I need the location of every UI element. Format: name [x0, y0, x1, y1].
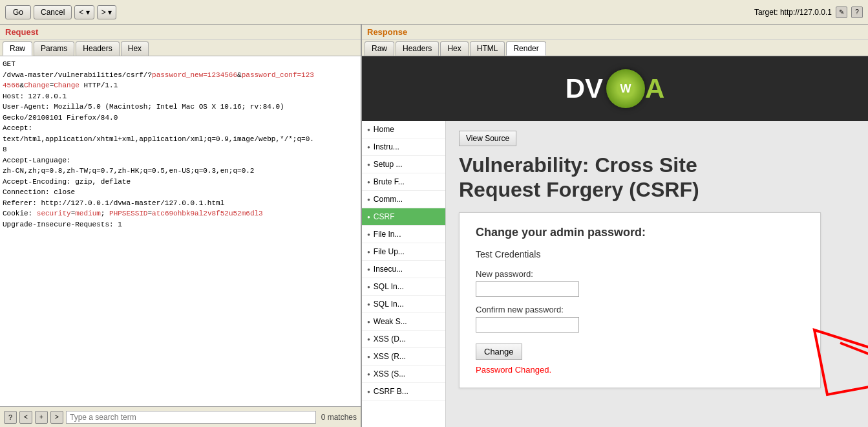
tab-response-raw[interactable]: Raw: [365, 41, 394, 56]
new-password-row: New password:: [476, 269, 804, 297]
sidebar-item-sqli[interactable]: ● SQL In...: [362, 278, 445, 296]
bullet-icon: ●: [367, 371, 370, 377]
form-title: Change your admin password:: [476, 226, 804, 239]
go-button[interactable]: Go: [5, 5, 31, 19]
sidebar-item-label: File In...: [374, 230, 401, 239]
confirm-password-row: Confirm new password:: [476, 305, 804, 333]
bullet-icon: ●: [367, 284, 370, 290]
sidebar-item-insecure[interactable]: ● Insecu...: [362, 261, 445, 278]
sidebar-item-xss-reflected[interactable]: ● XSS (R...: [362, 348, 445, 366]
bullet-icon: ●: [367, 354, 370, 360]
tab-response-hex[interactable]: Hex: [440, 41, 468, 56]
dvwa-logo-dv: DV: [566, 73, 603, 104]
password-changed-message: Password Changed.: [476, 365, 804, 375]
sidebar-item-fileupload[interactable]: ● File Up...: [362, 243, 445, 261]
sidebar-item-sqli2[interactable]: ● SQL In...: [362, 296, 445, 313]
dvwa-page: DV W A ● Home ●: [362, 56, 868, 427]
sidebar-item-label: CSRF B...: [374, 387, 408, 396]
dvwa-header: DV W A: [362, 56, 868, 121]
bullet-icon: ●: [367, 389, 370, 395]
match-count: 0 matches: [321, 413, 357, 422]
csrf-form-box: Change your admin password: Test Credent…: [459, 212, 821, 388]
sidebar-item-bruteforce[interactable]: ● Brute F...: [362, 173, 445, 191]
search-bar: ? < + > 0 matches: [0, 406, 361, 427]
sidebar-item-weaksession[interactable]: ● Weak S...: [362, 313, 445, 331]
sidebar-item-command[interactable]: ● Comm...: [362, 191, 445, 208]
new-password-input[interactable]: [476, 281, 579, 297]
search-prev-button[interactable]: <: [19, 411, 32, 424]
sidebar-item-label: SQL In...: [374, 282, 404, 291]
search-input[interactable]: [66, 411, 316, 424]
sidebar-item-csrf[interactable]: ● CSRF: [362, 208, 445, 226]
sidebar-item-label: XSS (S...: [374, 369, 405, 378]
nav-forward-icon: > ▾: [101, 8, 112, 17]
tab-params[interactable]: Params: [34, 41, 74, 56]
response-title: Response: [362, 25, 868, 40]
request-title: Request: [0, 25, 361, 40]
sidebar-item-csrf-bypass[interactable]: ● CSRF B...: [362, 383, 445, 400]
search-question-icon[interactable]: ?: [4, 411, 17, 424]
request-content[interactable]: GET /dvwa-master/vulnerabilities/csrf/?p…: [0, 56, 361, 406]
confirm-password-input[interactable]: [476, 317, 579, 333]
nav-forward-button[interactable]: > ▾: [97, 5, 116, 19]
page-title: Vulnerability: Cross SiteRequest Forgery…: [459, 153, 855, 203]
tab-headers[interactable]: Headers: [76, 41, 119, 56]
search-next-plus-button[interactable]: +: [35, 411, 48, 424]
help-icon[interactable]: ?: [851, 6, 863, 18]
bullet-icon: ●: [367, 214, 370, 220]
request-panel: Request Raw Params Headers Hex GET /dvwa…: [0, 25, 362, 427]
confirm-password-label: Confirm new password:: [476, 305, 804, 314]
sidebar-item-label: Instru...: [374, 142, 399, 151]
toolbar: Go Cancel < ▾ > ▾ Target: http://127.0.0…: [0, 0, 868, 25]
dvwa-body: ● Home ● Instru... ● Setup ... ●: [362, 121, 868, 427]
sidebar-item-label: Weak S...: [374, 317, 407, 326]
dvwa-main-content: View Source Vulnerability: Cross SiteReq…: [446, 121, 868, 427]
sidebar-item-label: Brute F...: [374, 177, 405, 186]
sidebar-item-home[interactable]: ● Home: [362, 121, 445, 138]
response-panel: Response Raw Headers Hex HTML Render DV …: [362, 25, 868, 427]
cancel-button[interactable]: Cancel: [34, 5, 72, 19]
tab-raw[interactable]: Raw: [3, 41, 32, 56]
dvwa-logo-circle: W: [606, 69, 645, 108]
bullet-icon: ●: [367, 144, 370, 150]
sidebar-item-xss-stored[interactable]: ● XSS (S...: [362, 366, 445, 383]
sidebar-item-label: File Up...: [374, 247, 405, 256]
bullet-icon: ●: [367, 336, 370, 342]
tab-response-render[interactable]: Render: [506, 41, 545, 56]
sidebar-item-label: XSS (R...: [374, 352, 406, 361]
sidebar-item-fileinclusion[interactable]: ● File In...: [362, 226, 445, 243]
bullet-icon: ●: [367, 197, 370, 203]
tab-response-headers[interactable]: Headers: [396, 41, 439, 56]
bullet-icon: ●: [367, 232, 370, 237]
sidebar-item-label: Setup ...: [374, 160, 403, 169]
response-content: DV W A ● Home ●: [362, 56, 868, 427]
new-password-label: New password:: [476, 269, 804, 279]
nav-back-button[interactable]: < ▾: [74, 5, 94, 19]
sidebar-item-label: Comm...: [374, 195, 403, 204]
dvwa-sidebar: ● Home ● Instru... ● Setup ... ●: [362, 121, 446, 427]
test-credentials-label: Test Credentials: [476, 249, 804, 259]
response-tab-bar: Raw Headers Hex HTML Render: [362, 40, 868, 56]
dvwa-logo-wa: A: [645, 73, 664, 104]
change-button[interactable]: Change: [476, 344, 522, 360]
bullet-icon: ●: [367, 267, 370, 272]
bullet-icon: ●: [367, 301, 370, 307]
search-next-button[interactable]: >: [50, 411, 63, 424]
sidebar-item-xss-dom[interactable]: ● XSS (D...: [362, 331, 445, 348]
svg-marker-0: [814, 330, 868, 424]
nav-back-icon: < ▾: [79, 8, 89, 17]
sidebar-item-label: SQL In...: [374, 300, 404, 309]
sidebar-item-setup[interactable]: ● Setup ...: [362, 156, 445, 173]
main-area: Request Raw Params Headers Hex GET /dvwa…: [0, 25, 868, 427]
tab-response-html[interactable]: HTML: [470, 41, 505, 56]
target-info: Target: http://127.0.0.1 ✎ ?: [754, 6, 863, 18]
sidebar-item-instructions[interactable]: ● Instru...: [362, 138, 445, 156]
bullet-icon: ●: [367, 179, 370, 185]
bullet-icon: ●: [367, 319, 370, 325]
edit-target-icon[interactable]: ✎: [836, 6, 847, 18]
tab-hex[interactable]: Hex: [121, 41, 149, 56]
bullet-icon: ●: [367, 162, 370, 168]
bullet-icon: ●: [367, 127, 370, 133]
request-tab-bar: Raw Params Headers Hex: [0, 40, 361, 56]
view-source-button[interactable]: View Source: [459, 131, 516, 146]
